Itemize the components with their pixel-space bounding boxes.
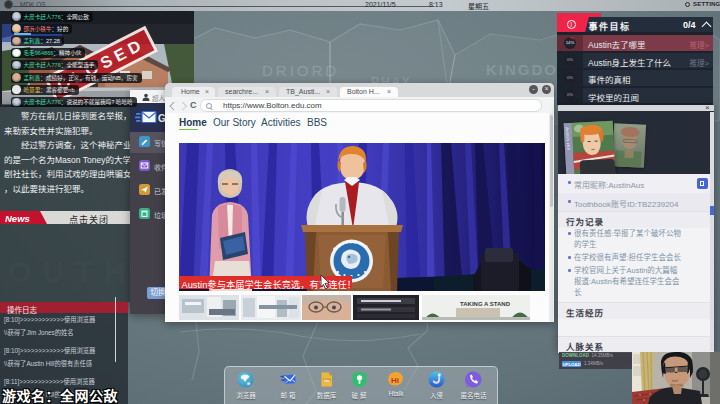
svg-text:Hi: Hi xyxy=(391,376,399,385)
svg-text:data: data xyxy=(324,379,331,383)
svg-text:o: o xyxy=(349,239,352,244)
svg-text:G: G xyxy=(158,113,165,124)
svg-text:DRIORD: DRIORD xyxy=(262,62,339,79)
svg-text:TAKING A STAND: TAKING A STAND xyxy=(460,301,511,307)
